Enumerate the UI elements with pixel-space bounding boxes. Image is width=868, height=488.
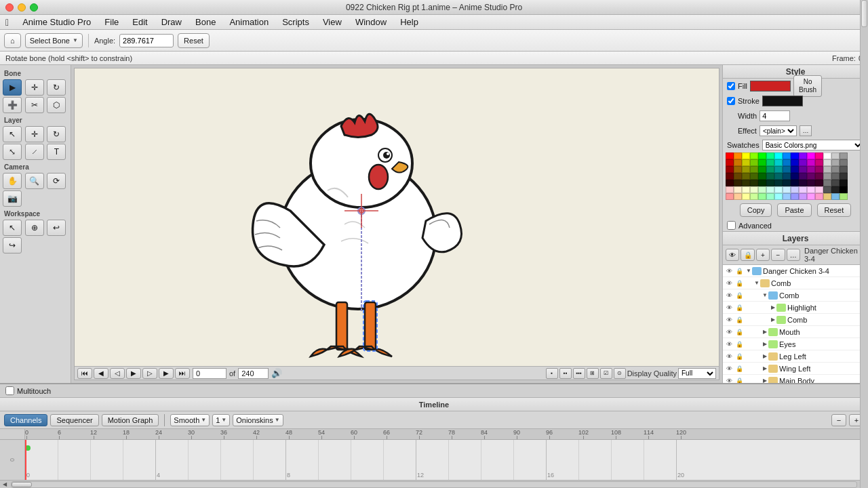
color-swatch[interactable] [791,166,799,173]
smooth-dropdown[interactable]: Smooth ▼ [170,414,210,426]
layer-expand-arrow[interactable]: ▶ [762,353,768,360]
color-swatch[interactable] [791,180,799,186]
canvas[interactable]: ⏮ ◀ ◁ ▶ ▷ ▶ ⏭ 0 of 240 🔊 ▪ ▪▪ [74,68,719,380]
advanced-checkbox[interactable] [727,221,736,230]
total-frames-input[interactable]: 240 [238,368,269,379]
color-swatch[interactable] [823,159,831,166]
go-start-button[interactable]: ⏮ [77,368,92,379]
layer-add-button[interactable]: + [756,249,770,261]
color-swatch[interactable] [823,180,831,186]
color-swatch[interactable] [726,159,734,166]
layer-visibility-icon[interactable]: 👁 [724,376,734,384]
layer-lock-icon[interactable]: 🔒 [734,315,744,325]
redo-tool[interactable]: ↪ [3,237,22,253]
color-swatch[interactable] [750,166,758,173]
color-swatch[interactable] [791,193,799,200]
color-swatch[interactable] [840,152,848,159]
color-swatch[interactable] [831,193,840,200]
delete-bone-tool[interactable]: ✂ [25,97,44,113]
color-swatch[interactable] [831,180,840,186]
color-swatch[interactable] [734,152,742,159]
current-frame-input[interactable]: 0 [193,368,226,379]
color-swatch[interactable] [815,152,823,159]
onionskins-dropdown[interactable]: Onionskins ▼ [233,414,283,426]
color-swatch[interactable] [823,186,831,193]
rotate-layer-tool[interactable]: ↻ [47,126,66,142]
color-swatch[interactable] [758,166,766,173]
prev-frame-button[interactable]: ◀ [94,368,108,379]
copy-button[interactable]: Copy [740,203,772,217]
layer-visibility-icon[interactable]: 👁 [724,352,734,361]
color-swatch[interactable] [766,193,774,200]
layer-visibility-icon[interactable]: 👁 [724,303,734,312]
fill-checkbox[interactable] [727,82,735,90]
view-mode-3[interactable]: ▪▪▪ [573,368,585,379]
menu-file[interactable]: File [98,16,125,28]
fill-color-swatch[interactable] [750,81,791,92]
menu-view[interactable]: View [316,16,349,28]
layer-visibility-icon[interactable]: 👁 [724,364,734,373]
color-swatch[interactable] [726,193,734,200]
next-frame-button[interactable]: ▶ [159,368,174,379]
color-swatch[interactable] [831,152,840,159]
color-swatch[interactable] [799,152,807,159]
menu-anime-studio[interactable]: Anime Studio Pro [16,16,98,28]
layer-more-button[interactable]: … [787,249,800,261]
layer-lock-icon[interactable]: 🔒 [734,303,744,312]
view-mode-2[interactable]: ▪▪ [559,368,572,379]
color-swatch[interactable] [791,186,799,193]
color-swatch[interactable] [831,166,840,173]
color-swatch[interactable] [807,180,815,186]
pointer-tool[interactable]: ↖ [3,220,22,236]
color-swatch[interactable] [766,152,774,159]
move-layer-tool[interactable]: ✛ [25,126,44,142]
color-swatch[interactable] [799,159,807,166]
scroll-thumb[interactable] [12,482,32,487]
list-item[interactable]: 👁🔒▶Wing Left [723,363,868,375]
color-swatch[interactable] [831,159,840,166]
bone-strength-tool[interactable]: ⬡ [47,97,66,113]
color-swatch[interactable] [742,173,750,180]
color-swatch[interactable] [840,166,848,173]
close-button[interactable] [5,3,14,12]
layer-expand-arrow[interactable]: ▼ [762,292,768,299]
layer-delete-button[interactable]: − [771,249,785,261]
effect-select[interactable]: <plain> [760,125,797,136]
num-dropdown[interactable]: 1 ▼ [212,414,230,426]
list-item[interactable]: 👁🔒▶Mouth [723,326,868,338]
layer-expand-arrow[interactable]: ▶ [770,304,776,311]
color-swatch[interactable] [783,193,791,200]
color-swatch[interactable] [783,180,791,186]
layer-expand-arrow[interactable]: ▼ [753,280,760,287]
tab-channels[interactable]: Channels [4,414,47,426]
color-swatch[interactable] [758,173,766,180]
view-mode-1[interactable]: ▪ [546,368,558,379]
color-swatch[interactable] [799,186,807,193]
color-swatch[interactable] [783,159,791,166]
color-swatch[interactable] [758,180,766,186]
menu-scripts[interactable]: Scripts [275,16,316,28]
color-swatch[interactable] [758,152,766,159]
color-swatch[interactable] [840,159,848,166]
color-swatch[interactable] [783,173,791,180]
layer-expand-arrow[interactable]: ▶ [762,365,768,372]
list-item[interactable]: 👁🔒▼Danger Chicken 3-4 [723,265,868,277]
stroke-checkbox[interactable] [727,97,735,105]
menu-edit[interactable]: Edit [125,16,154,28]
color-swatch[interactable] [750,193,758,200]
color-swatch[interactable] [840,186,848,193]
color-swatch[interactable] [734,166,742,173]
shear-layer-tool[interactable]: ⟋ [25,144,44,160]
color-swatch[interactable] [726,152,734,159]
layer-expand-arrow[interactable]: ▶ [770,317,776,323]
tab-motion-graph[interactable]: Motion Graph [102,414,159,426]
layer-visibility-icon[interactable]: 👁 [724,340,734,349]
scroll-left-button[interactable]: ◀ [0,481,9,489]
color-swatch[interactable] [840,193,848,200]
list-item[interactable]: 👁🔒▶Main Body [723,375,868,383]
color-swatch[interactable] [815,159,823,166]
color-swatch[interactable] [807,186,815,193]
layer-lock-icon[interactable]: 🔒 [734,352,744,361]
width-input[interactable] [760,110,790,121]
vertical-scrollbar[interactable] [860,440,868,480]
